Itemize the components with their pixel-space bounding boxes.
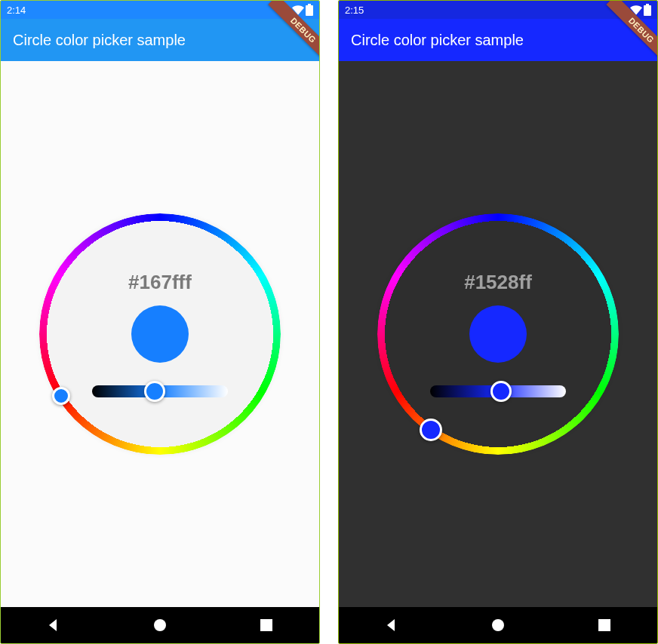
app-bar-title: Circle color picker sample — [13, 32, 186, 49]
svg-rect-1 — [308, 4, 311, 5]
app-bar-title: Circle color picker sample — [351, 32, 524, 49]
hue-thumb[interactable] — [52, 387, 70, 405]
nav-back-button[interactable] — [383, 617, 400, 633]
svg-point-2 — [154, 619, 166, 631]
app-bar: Circle color picker sample — [1, 19, 319, 61]
lightness-slider[interactable] — [92, 385, 228, 397]
battery-icon — [306, 4, 313, 16]
nav-back-button[interactable] — [45, 617, 62, 633]
navigation-bar — [1, 607, 319, 643]
color-picker: #1528ff — [377, 213, 619, 455]
hex-value: #167fff — [128, 271, 192, 294]
svg-point-6 — [492, 619, 504, 631]
svg-rect-0 — [306, 5, 313, 16]
slider-thumb[interactable] — [490, 381, 512, 402]
nav-home-button[interactable] — [490, 617, 506, 633]
phone-frame: 2:15Circle color picker sampleDEBUG#1528… — [338, 0, 658, 644]
lightness-slider[interactable] — [430, 385, 566, 397]
svg-rect-3 — [260, 619, 272, 631]
navigation-bar — [339, 607, 657, 643]
app-bar: Circle color picker sample — [339, 19, 657, 61]
content-area: #167fff — [1, 61, 319, 607]
color-picker: #167fff — [39, 213, 281, 455]
svg-rect-7 — [598, 619, 610, 631]
status-time: 2:14 — [7, 5, 26, 16]
slider-thumb[interactable] — [144, 381, 165, 402]
battery-icon — [644, 4, 651, 16]
status-time: 2:15 — [345, 5, 364, 16]
svg-rect-5 — [646, 4, 649, 5]
color-swatch — [469, 305, 527, 363]
nav-home-button[interactable] — [152, 617, 168, 633]
nav-recents-button[interactable] — [596, 617, 613, 633]
svg-rect-4 — [644, 5, 651, 16]
color-swatch — [131, 305, 189, 363]
content-area: #1528ff — [339, 61, 657, 607]
nav-recents-button[interactable] — [258, 617, 275, 633]
hue-thumb[interactable] — [420, 419, 442, 441]
hex-value: #1528ff — [464, 271, 532, 294]
phone-frame: 2:14Circle color picker sampleDEBUG#167f… — [0, 0, 320, 644]
